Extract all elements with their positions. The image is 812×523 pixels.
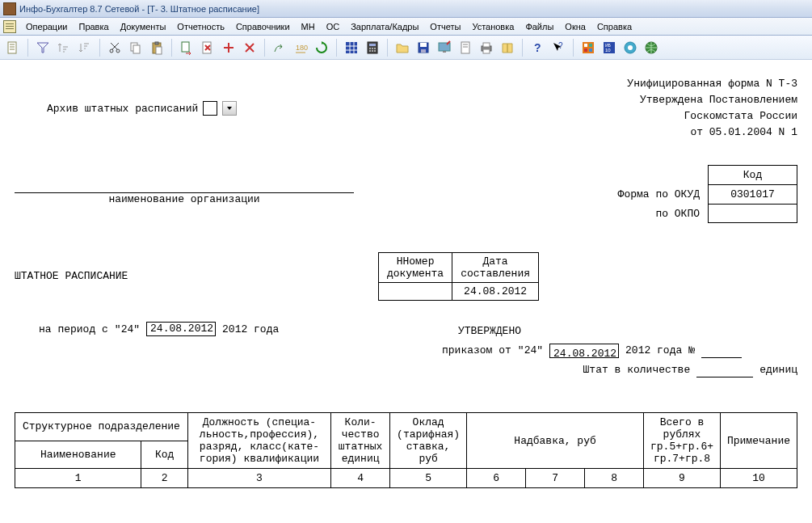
menu-help[interactable]: Справка xyxy=(592,20,637,33)
printer-icon[interactable] xyxy=(478,40,494,56)
sort-asc-icon[interactable] xyxy=(56,40,72,56)
app-icon xyxy=(3,2,16,15)
menu-windows[interactable]: Окна xyxy=(560,20,591,33)
page-icon[interactable] xyxy=(457,40,473,56)
help-icon[interactable]: ? xyxy=(529,40,545,56)
menu-setup[interactable]: Установка xyxy=(467,20,519,33)
coln: 4 xyxy=(331,469,390,488)
refresh-icon[interactable] xyxy=(313,40,330,56)
archive-input[interactable] xyxy=(203,101,217,116)
svg-rect-0 xyxy=(8,42,16,53)
folder-open-icon[interactable] xyxy=(394,40,410,56)
menu-operations[interactable]: Операции xyxy=(21,20,72,33)
menu-reports[interactable]: Отчеты xyxy=(425,20,465,33)
book-icon[interactable] xyxy=(499,40,515,56)
svg-marker-4 xyxy=(37,43,48,53)
num-date-table: ННомердокумента Датасоставления 24.08.20… xyxy=(378,252,539,301)
svg-rect-39 xyxy=(584,44,587,47)
svg-point-5 xyxy=(110,49,113,53)
staff-qty-input[interactable] xyxy=(696,363,753,377)
calculator-icon[interactable] xyxy=(364,40,381,56)
doc-arrow-icon[interactable] xyxy=(179,40,195,56)
scissors-icon[interactable] xyxy=(107,40,123,56)
okud-value: 0301017 xyxy=(709,185,797,205)
toolbar-sep xyxy=(264,39,265,57)
col-name: Наименование xyxy=(15,441,141,469)
svg-rect-29 xyxy=(443,51,446,53)
blue-circle-icon[interactable] xyxy=(622,40,638,56)
coln: 10 xyxy=(720,469,797,488)
toolbar-sep xyxy=(99,39,100,57)
text-width-icon[interactable]: 180 xyxy=(292,40,309,56)
system-menu-icon[interactable] xyxy=(3,20,16,33)
svg-rect-41 xyxy=(584,49,587,52)
jump-icon[interactable] xyxy=(271,40,288,56)
paste-icon[interactable] xyxy=(149,40,165,56)
globe-icon[interactable] xyxy=(643,40,659,56)
coln: 8 xyxy=(585,469,644,488)
save-icon[interactable] xyxy=(415,40,431,56)
orange-square-icon[interactable] xyxy=(580,40,596,56)
svg-rect-12 xyxy=(182,42,189,52)
menu-reporting[interactable]: Отчетность xyxy=(172,20,229,33)
col-position: Должность (специа-льность,профессия),раз… xyxy=(187,413,330,469)
svg-rect-8 xyxy=(133,45,140,53)
order-number-symbol: № xyxy=(688,341,695,361)
copy-icon[interactable] xyxy=(128,40,144,56)
funnel-icon[interactable] xyxy=(35,40,51,56)
document-title: ШТАТНОЕ РАСПИСАНИЕ xyxy=(15,252,128,282)
order-year: 2012 года xyxy=(625,341,682,361)
svg-rect-16 xyxy=(346,42,357,53)
menu-salary[interactable]: Зарплата/Кадры xyxy=(346,20,423,33)
col-code: Код xyxy=(141,441,187,469)
org-caption: наименование организации xyxy=(15,193,354,205)
doc-red-icon[interactable] xyxy=(200,40,216,56)
svg-point-21 xyxy=(374,48,376,49)
menu-os[interactable]: ОС xyxy=(322,20,345,33)
col-struct: Структурное подразделение xyxy=(15,413,188,441)
form-header-line: Госкомстата России xyxy=(627,108,797,124)
blue-box-icon[interactable]: ИБ10 xyxy=(601,40,617,56)
monitor-icon[interactable] xyxy=(436,40,452,56)
svg-text:?: ? xyxy=(558,41,563,50)
svg-point-20 xyxy=(372,48,373,49)
codes-table: Код Форма по ОКУД0301017 по ОКПО xyxy=(610,165,797,223)
cross-icon[interactable] xyxy=(242,40,258,56)
menu-edit[interactable]: Правка xyxy=(74,20,113,33)
okpo-value[interactable] xyxy=(709,205,797,223)
doc-icon[interactable] xyxy=(5,40,21,56)
window-titlebar: Инфо-Бухгалтер 8.7 Сетевой - [Т- 3. Штат… xyxy=(0,0,812,18)
staff-units: единиц xyxy=(759,361,797,380)
period-date-input[interactable]: 24.08.2012 xyxy=(146,322,216,336)
grid-blue-icon[interactable] xyxy=(343,40,360,56)
archive-dropdown-button[interactable] xyxy=(222,101,237,116)
svg-text:?: ? xyxy=(534,41,541,54)
document-area: Архив штатных расписаний Унифицированная… xyxy=(0,60,812,496)
staff-label: Штат в количестве xyxy=(583,361,691,380)
col-allowance: Надбавка, руб xyxy=(467,413,644,469)
svg-point-19 xyxy=(369,48,371,49)
form-header-line: Утверждена Постановлением xyxy=(627,92,797,108)
svg-marker-49 xyxy=(227,107,232,110)
doc-date-field[interactable]: 24.08.2012 xyxy=(452,283,539,301)
order-number-input[interactable] xyxy=(701,344,742,358)
coln: 6 xyxy=(467,469,526,488)
pointer-help-icon[interactable]: ? xyxy=(550,40,566,56)
sort-desc-icon[interactable] xyxy=(77,40,93,56)
menu-dictionaries[interactable]: Справочники xyxy=(231,20,295,33)
menu-files[interactable]: Файлы xyxy=(520,20,558,33)
order-day: "24" xyxy=(518,341,543,361)
num-header: ННомердокумента xyxy=(378,253,452,283)
toolbar-sep xyxy=(27,39,28,57)
order-date-input[interactable]: 24.08.2012 xyxy=(549,344,619,358)
form-header-line: от 05.01.2004 N 1 xyxy=(627,124,797,141)
doc-number-field[interactable] xyxy=(378,283,452,301)
plus-icon[interactable] xyxy=(221,40,237,56)
archive-label: Архив штатных расписаний xyxy=(47,103,198,115)
toolbar-sep xyxy=(171,39,172,57)
svg-point-23 xyxy=(372,50,373,52)
menu-bar: Операции Правка Документы Отчетность Спр… xyxy=(0,18,812,36)
coln: 1 xyxy=(15,469,141,488)
menu-mn[interactable]: МН xyxy=(297,20,320,33)
menu-documents[interactable]: Документы xyxy=(116,20,171,33)
